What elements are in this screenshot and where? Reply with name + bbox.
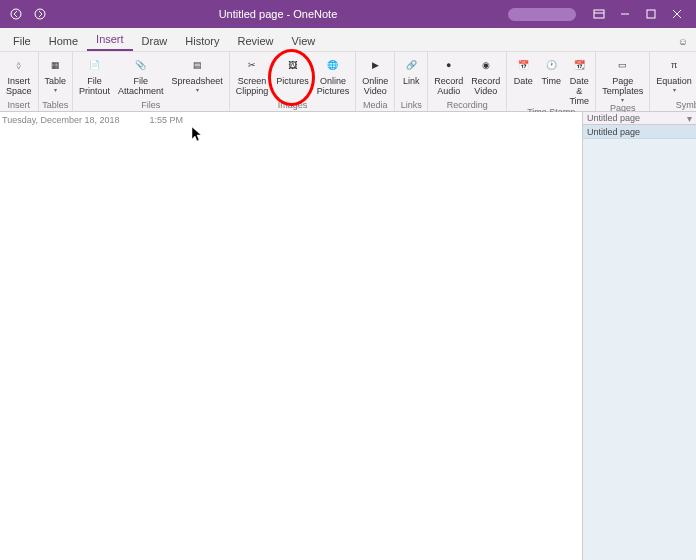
record-video-button[interactable]: ◉RecordVideo <box>467 54 504 100</box>
online-video-button[interactable]: ▶OnlineVideo <box>358 54 392 100</box>
page-list-item[interactable]: Untitled page <box>583 125 696 139</box>
group-label-symbols: Symbols <box>652 100 696 111</box>
page-templates-icon: ▭ <box>618 57 627 75</box>
ribbon-tabs: FileHomeInsertDrawHistoryReviewView ☺ <box>0 28 696 52</box>
record-audio-icon: ● <box>446 57 451 75</box>
group-label-tables: Tables <box>41 100 71 111</box>
forward-icon[interactable] <box>32 6 48 22</box>
time-icon: 🕐 <box>546 57 557 75</box>
pictures-icon: 🖼 <box>288 57 297 75</box>
group-label-insert: Insert <box>2 100 36 111</box>
online-video-icon: ▶ <box>372 57 379 75</box>
tab-home[interactable]: Home <box>40 31 87 51</box>
back-icon[interactable] <box>8 6 24 22</box>
date-time-button[interactable]: 📆Date &Time <box>565 54 593 107</box>
svg-point-1 <box>35 9 45 19</box>
time-button[interactable]: 🕐Time <box>537 54 565 107</box>
window-title: Untitled page - OneNote <box>48 8 508 20</box>
date-button[interactable]: 📅Date <box>509 54 537 107</box>
group-label-recording: Recording <box>430 100 504 111</box>
spreadsheet-icon: ▤ <box>193 57 202 75</box>
equation-icon: π <box>671 57 677 75</box>
file-attachment-icon: 📎 <box>135 57 146 75</box>
tab-draw[interactable]: Draw <box>133 31 177 51</box>
table-button[interactable]: ▦Table▾ <box>41 54 71 100</box>
close-icon[interactable] <box>666 3 688 25</box>
svg-rect-3 <box>647 10 655 18</box>
tab-insert[interactable]: Insert <box>87 29 133 51</box>
screen-clipping-button[interactable]: ✂ScreenClipping <box>232 54 273 100</box>
titlebar: Untitled page - OneNote <box>0 0 696 28</box>
insert-space-icon: ⎀ <box>16 57 21 75</box>
equation-button[interactable]: πEquation▾ <box>652 54 696 100</box>
table-icon: ▦ <box>51 57 60 75</box>
insert-space-button[interactable]: ⎀InsertSpace <box>2 54 36 100</box>
group-label-files: Files <box>75 100 227 111</box>
cursor-icon <box>192 127 203 146</box>
tab-review[interactable]: Review <box>229 31 283 51</box>
panel-header-label: Untitled page <box>587 113 640 123</box>
spreadsheet-button[interactable]: ▤Spreadsheet▾ <box>168 54 227 100</box>
date-icon: 📅 <box>518 57 529 75</box>
ribbon-display-icon[interactable] <box>588 3 610 25</box>
add-page-button[interactable]: ▾ <box>682 113 696 124</box>
page-list-panel: Untitled page ▾ Untitled page <box>582 112 696 560</box>
record-audio-button[interactable]: ●RecordAudio <box>430 54 467 100</box>
svg-rect-2 <box>594 10 604 18</box>
page-canvas[interactable]: Tuesday, December 18, 2018 1:55 PM <box>0 112 582 560</box>
file-printout-icon: 📄 <box>89 57 100 75</box>
online-pictures-button[interactable]: 🌐OnlinePictures <box>313 54 354 100</box>
ribbon: ⎀InsertSpaceInsert▦Table▾Tables📄FilePrin… <box>0 52 696 112</box>
maximize-icon[interactable] <box>640 3 662 25</box>
record-video-icon: ◉ <box>482 57 490 75</box>
group-label-links: Links <box>397 100 425 111</box>
sync-progress <box>508 8 576 21</box>
group-label-media: Media <box>358 100 392 111</box>
pictures-button[interactable]: 🖼Pictures <box>272 54 313 100</box>
tab-file[interactable]: File <box>4 31 40 51</box>
link-button[interactable]: 🔗Link <box>397 54 425 100</box>
tab-view[interactable]: View <box>283 31 325 51</box>
screen-clipping-icon: ✂ <box>248 57 256 75</box>
page-date: Tuesday, December 18, 2018 <box>2 115 120 125</box>
group-label-images: Images <box>232 100 354 111</box>
file-printout-button[interactable]: 📄FilePrintout <box>75 54 114 100</box>
svg-point-0 <box>11 9 21 19</box>
smiley-feedback-icon[interactable]: ☺ <box>670 32 696 51</box>
page-templates-button[interactable]: ▭PageTemplates▾ <box>598 54 647 103</box>
file-attachment-button[interactable]: 📎FileAttachment <box>114 54 168 100</box>
minimize-icon[interactable] <box>614 3 636 25</box>
tab-history[interactable]: History <box>176 31 228 51</box>
online-pictures-icon: 🌐 <box>327 57 338 75</box>
date-time-icon: 📆 <box>574 57 585 75</box>
link-icon: 🔗 <box>406 57 417 75</box>
page-time: 1:55 PM <box>150 115 184 125</box>
